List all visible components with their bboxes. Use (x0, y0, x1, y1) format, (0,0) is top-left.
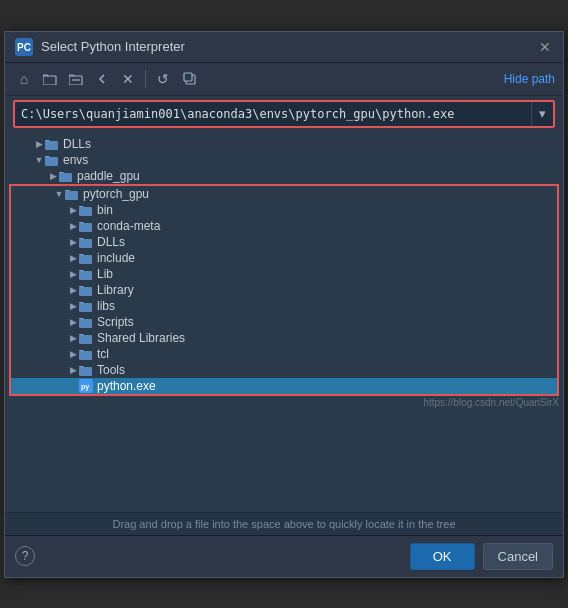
tree-item[interactable]: ▶ Lib (11, 266, 557, 282)
svg-rect-11 (79, 207, 92, 216)
tree-item[interactable]: ▼ pytorch_gpu (11, 186, 557, 202)
tree-item[interactable]: ▶ Library (11, 282, 557, 298)
path-input[interactable] (15, 103, 531, 125)
tree-item[interactable]: ▶ include (11, 250, 557, 266)
svg-rect-16 (79, 287, 92, 296)
pycharm-icon: PC (15, 38, 33, 56)
tree-item[interactable]: ▶ paddle_gpu (5, 168, 563, 184)
svg-text:PC: PC (17, 42, 31, 53)
copy-button[interactable] (178, 68, 200, 90)
tree-item-label: conda-meta (97, 219, 160, 233)
dialog-title: Select Python Interpreter (41, 39, 185, 54)
svg-rect-7 (45, 141, 58, 150)
tree-item-label: envs (63, 153, 88, 167)
tree-item-label: Shared Libraries (97, 331, 185, 345)
tree-item[interactable]: ▶ DLLs (5, 136, 563, 152)
tree-item-label: libs (97, 299, 115, 313)
svg-rect-8 (45, 157, 58, 166)
svg-rect-21 (79, 367, 92, 376)
svg-rect-2 (43, 76, 56, 85)
tree-item-label: paddle_gpu (77, 169, 140, 183)
toolbar: ⌂ ✕ ↺ Hide path (5, 63, 563, 96)
refresh-button[interactable]: ↺ (152, 68, 174, 90)
home-button[interactable]: ⌂ (13, 68, 35, 90)
bottom-bar: ? OK Cancel (5, 535, 563, 577)
tree-item[interactable]: ▶ bin (11, 202, 557, 218)
svg-rect-14 (79, 255, 92, 264)
svg-rect-19 (79, 335, 92, 344)
drag-hint: Drag and drop a file into the space abov… (5, 512, 563, 535)
svg-rect-15 (79, 271, 92, 280)
file-tree: ▶ DLLs ▼ envs ▶ paddle_gpu ▼ pytorch_gpu… (5, 132, 563, 512)
tree-item-label: Lib (97, 267, 113, 281)
svg-rect-10 (65, 191, 78, 200)
open-folder-button[interactable] (65, 68, 87, 90)
svg-rect-17 (79, 303, 92, 312)
svg-rect-18 (79, 319, 92, 328)
select-interpreter-dialog: PC Select Python Interpreter ✕ ⌂ ✕ ↺ Hid… (4, 31, 564, 578)
help-button[interactable]: ? (15, 546, 35, 566)
tree-item-label: DLLs (63, 137, 91, 151)
ok-button[interactable]: OK (410, 543, 475, 570)
tree-item[interactable]: ▶ Tools (11, 362, 557, 378)
tree-item[interactable]: ▶ conda-meta (11, 218, 557, 234)
tree-item[interactable]: ▶ Scripts (11, 314, 557, 330)
folder-button[interactable] (39, 68, 61, 90)
hide-path-button[interactable]: Hide path (504, 72, 555, 86)
svg-rect-9 (59, 173, 72, 182)
svg-rect-6 (184, 73, 192, 81)
nav-back-button[interactable] (91, 68, 113, 90)
delete-button[interactable]: ✕ (117, 68, 139, 90)
toolbar-separator (145, 70, 146, 88)
tree-item-label: Library (97, 283, 134, 297)
cancel-button[interactable]: Cancel (483, 543, 553, 570)
tree-item-label: tcl (97, 347, 109, 361)
path-bar: ▾ (13, 100, 555, 128)
tree-item-label: python.exe (97, 379, 156, 393)
tree-item[interactable]: ▶ libs (11, 298, 557, 314)
tree-item-label: DLLs (97, 235, 125, 249)
tree-item[interactable]: ▶ Shared Libraries (11, 330, 557, 346)
tree-item[interactable]: ▶ DLLs (11, 234, 557, 250)
tree-item[interactable]: py python.exe (11, 378, 557, 394)
title-bar: PC Select Python Interpreter ✕ (5, 32, 563, 63)
svg-rect-13 (79, 239, 92, 248)
svg-rect-12 (79, 223, 92, 232)
svg-rect-20 (79, 351, 92, 360)
tree-item-label: Scripts (97, 315, 134, 329)
svg-text:py: py (81, 383, 89, 391)
tree-item[interactable]: ▼ envs (5, 152, 563, 168)
path-dropdown-button[interactable]: ▾ (531, 102, 553, 126)
tree-item[interactable]: ▶ tcl (11, 346, 557, 362)
close-button[interactable]: ✕ (537, 39, 553, 55)
tree-item-label: pytorch_gpu (83, 187, 149, 201)
tree-item-label: bin (97, 203, 113, 217)
tree-item-label: Tools (97, 363, 125, 377)
tree-item-label: include (97, 251, 135, 265)
